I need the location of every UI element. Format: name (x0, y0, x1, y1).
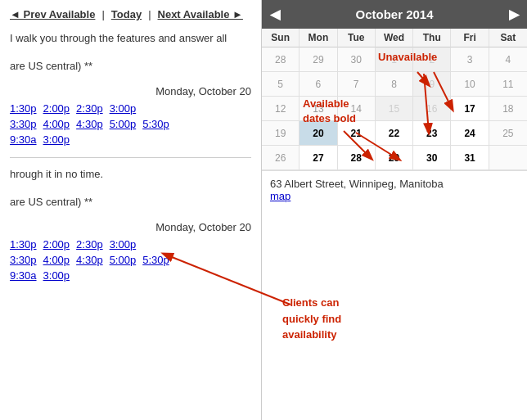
time-link[interactable]: 2:30p (76, 238, 103, 251)
calendar-day-cell: 9 (413, 72, 451, 97)
prev-available-link[interactable]: ◄ Prev Available (10, 8, 95, 20)
time-link[interactable]: 3:00p (110, 102, 137, 115)
calendar-day-cell: 4 (489, 47, 527, 72)
time-link[interactable]: 3:00p (43, 133, 70, 146)
main-container: ◄ Prev Available | Today | Next Availabl… (0, 0, 527, 420)
time-row: 9:30a 3:00p (10, 133, 251, 146)
calendar-day-cell: 26 (262, 146, 300, 170)
calendar-day-cell: 10 (451, 72, 489, 97)
calendar-day-cell[interactable]: 28 (338, 146, 376, 170)
time-link[interactable]: 9:30a (10, 269, 37, 282)
calendar-day-cell: 30 (338, 47, 376, 72)
time-link[interactable]: 5:00p (110, 118, 137, 130)
calendar-week-row: 567891011 (262, 72, 527, 97)
calendar-day-cell[interactable]: 31 (451, 146, 489, 170)
time-grid-1: 1:30p 2:00p 2:30p 3:00p 3:30p 4:00p 4:30… (10, 102, 251, 146)
calendar-day-cell[interactable]: 24 (451, 121, 489, 146)
calendar-day-cell: 5 (262, 72, 300, 97)
time-link[interactable]: 9:30a (10, 133, 37, 146)
time-row: 1:30p 2:00p 2:30p 3:00p (10, 238, 251, 251)
calendar-day-cell: 3 (451, 47, 489, 72)
time-link[interactable]: 3:00p (110, 238, 137, 251)
today-link[interactable]: Today (111, 8, 142, 20)
time-link[interactable]: 4:30p (76, 118, 103, 130)
time-link[interactable]: 2:00p (43, 238, 70, 251)
weekday-fri: Fri (451, 29, 489, 47)
time-link[interactable]: 3:30p (10, 118, 37, 130)
calendar-day-cell: 19 (262, 121, 300, 146)
calendar-day-cell: 8 (376, 72, 413, 97)
calendar-day-cell[interactable]: 23 (413, 121, 451, 146)
description-text-1: I walk you through the features and answ… (10, 30, 251, 47)
time-row: 9:30a 3:00p (10, 269, 251, 282)
map-link[interactable]: map (270, 190, 291, 202)
time-link[interactable]: 1:30p (10, 102, 37, 115)
time-link[interactable]: 5:00p (110, 254, 137, 266)
time-row: 3:30p 4:00p 4:30p 5:00p 5:30p (10, 118, 251, 130)
calendar-day-cell[interactable]: 27 (300, 146, 337, 170)
calendar-title: October 2014 (355, 7, 433, 21)
time-link[interactable]: 3:30p (10, 254, 37, 266)
prev-month-button[interactable]: ◀ (270, 7, 280, 22)
calendar-day-cell: 28 (262, 47, 300, 72)
calendar-day-cell: 16 (413, 97, 451, 121)
next-month-button[interactable]: ▶ (509, 7, 519, 22)
calendar-day-cell: 11 (489, 72, 527, 97)
timezone-note-2: are US central) ** (10, 194, 251, 210)
weekday-tue: Tue (338, 29, 376, 47)
clients-annotation: Clients canquickly findavailability (282, 295, 341, 343)
time-link[interactable]: 4:00p (43, 118, 70, 130)
section-date-2: Monday, October 20 (10, 221, 251, 233)
calendar-day-cell: 29 (300, 47, 337, 72)
weekday-sun: Sun (262, 29, 300, 47)
timezone-note-1: are US central) ** (10, 58, 251, 75)
calendar-header: ◀ October 2014 ▶ (262, 0, 527, 29)
address-line1: 63 Albert Street, Winnipeg, Manitoba (270, 178, 519, 190)
calendar-week-row: 262728293031 (262, 146, 527, 170)
calendar-grid: 2829301234567891011121314151617181920212… (262, 47, 527, 170)
description-text-2: hrough it in no time. (10, 166, 251, 183)
time-link[interactable]: 5:30p (142, 254, 169, 266)
time-link[interactable]: 4:00p (43, 254, 70, 266)
weekday-sat: Sat (489, 29, 527, 47)
weekday-mon: Mon (300, 29, 337, 47)
calendar-day-cell[interactable]: 29 (376, 146, 413, 170)
time-link[interactable]: 2:30p (76, 102, 103, 115)
calendar-day-cell: 15 (376, 97, 413, 121)
time-link[interactable]: 3:00p (43, 269, 70, 282)
next-available-link[interactable]: Next Available ► (158, 8, 243, 20)
unavailable-annotation: Unavailable (378, 51, 437, 65)
address-block: 63 Albert Street, Winnipeg, Manitoba map (262, 170, 527, 209)
navigation-bar: ◄ Prev Available | Today | Next Availabl… (10, 8, 251, 20)
time-row: 1:30p 2:00p 2:30p 3:00p (10, 102, 251, 115)
calendar-day-cell[interactable]: 17 (451, 97, 489, 121)
calendar-day-cell: 7 (338, 72, 376, 97)
calendar-week-row: 12131415161718 (262, 97, 527, 121)
calendar-day-cell: 6 (300, 72, 337, 97)
weekday-thu: Thu (413, 29, 451, 47)
calendar-week-row: 19202122232425 (262, 121, 527, 146)
weekday-wed: Wed (376, 29, 413, 47)
calendar-weekday-header: Sun Mon Tue Wed Thu Fri Sat (262, 29, 527, 47)
calendar-day-cell (489, 146, 527, 170)
time-link[interactable]: 4:30p (76, 254, 103, 266)
calendar-day-cell: 12 (262, 97, 300, 121)
calendar-day-cell[interactable]: 30 (413, 146, 451, 170)
time-link[interactable]: 1:30p (10, 238, 37, 251)
section-date-1: Monday, October 20 (10, 85, 251, 97)
divider (10, 157, 251, 158)
time-row: 3:30p 4:00p 4:30p 5:00p 5:30p (10, 254, 251, 266)
time-link[interactable]: 5:30p (142, 118, 169, 130)
time-link[interactable]: 2:00p (43, 102, 70, 115)
calendar-day-cell: 25 (489, 121, 527, 146)
available-dates-annotation: Availabledates bold (303, 97, 356, 126)
calendar-day-cell: 18 (489, 97, 527, 121)
time-grid-2: 1:30p 2:00p 2:30p 3:00p 3:30p 4:00p 4:30… (10, 238, 251, 282)
left-panel: ◄ Prev Available | Today | Next Availabl… (0, 0, 262, 420)
calendar-day-cell[interactable]: 22 (376, 121, 413, 146)
